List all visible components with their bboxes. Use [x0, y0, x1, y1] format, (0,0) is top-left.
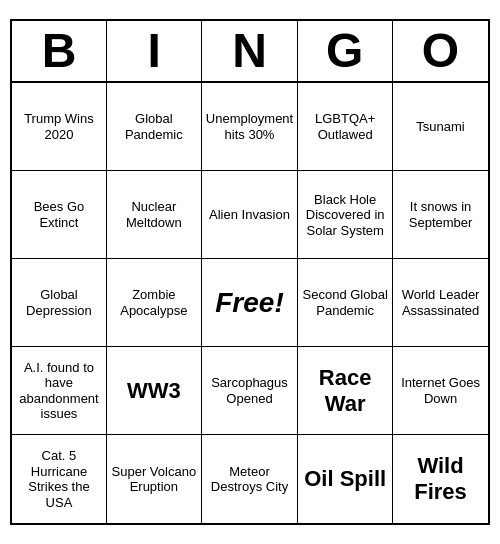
letter-g: G — [298, 21, 393, 82]
bingo-cell-7[interactable]: Alien Invasion — [202, 171, 298, 259]
bingo-cell-8[interactable]: Black Hole Discovered in Solar System — [298, 171, 393, 259]
bingo-cell-16[interactable]: WW3 — [107, 347, 202, 435]
bingo-cell-3[interactable]: LGBTQA+ Outlawed — [298, 83, 393, 171]
bingo-cell-19[interactable]: Internet Goes Down — [393, 347, 488, 435]
bingo-cell-4[interactable]: Tsunami — [393, 83, 488, 171]
bingo-header: B I N G O — [12, 21, 488, 84]
bingo-cell-20[interactable]: Cat. 5 Hurricane Strikes the USA — [12, 435, 107, 523]
bingo-cell-21[interactable]: Super Volcano Eruption — [107, 435, 202, 523]
bingo-cell-9[interactable]: It snows in September — [393, 171, 488, 259]
letter-i: I — [107, 21, 202, 82]
bingo-cell-24[interactable]: Wild Fires — [393, 435, 488, 523]
bingo-cell-5[interactable]: Bees Go Extinct — [12, 171, 107, 259]
bingo-cell-0[interactable]: Trump Wins 2020 — [12, 83, 107, 171]
letter-o: O — [393, 21, 488, 82]
bingo-cell-6[interactable]: Nuclear Meltdown — [107, 171, 202, 259]
bingo-cell-17[interactable]: Sarcophagus Opened — [202, 347, 298, 435]
bingo-cell-22[interactable]: Meteor Destroys City — [202, 435, 298, 523]
bingo-cell-2[interactable]: Unemployment hits 30% — [202, 83, 298, 171]
bingo-cell-15[interactable]: A.I. found to have abandonment issues — [12, 347, 107, 435]
bingo-cell-14[interactable]: World Leader Assassinated — [393, 259, 488, 347]
bingo-cell-11[interactable]: Zombie Apocalypse — [107, 259, 202, 347]
bingo-card: B I N G O Trump Wins 2020Global Pandemic… — [10, 19, 490, 526]
bingo-cell-18[interactable]: Race War — [298, 347, 393, 435]
letter-b: B — [12, 21, 107, 82]
bingo-grid: Trump Wins 2020Global PandemicUnemployme… — [12, 83, 488, 523]
letter-n: N — [202, 21, 297, 82]
bingo-cell-1[interactable]: Global Pandemic — [107, 83, 202, 171]
bingo-cell-13[interactable]: Second Global Pandemic — [298, 259, 393, 347]
bingo-cell-10[interactable]: Global Depression — [12, 259, 107, 347]
bingo-cell-12[interactable]: Free! — [202, 259, 298, 347]
bingo-cell-23[interactable]: Oil Spill — [298, 435, 393, 523]
